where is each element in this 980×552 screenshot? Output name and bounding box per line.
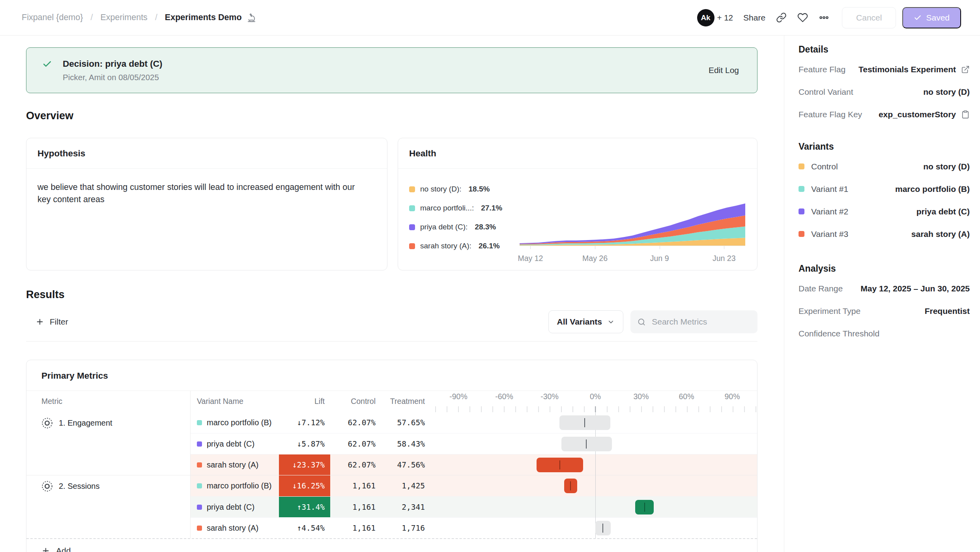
- add-label: Add: [56, 546, 71, 552]
- variant-cell: sarah story (A): [191, 524, 279, 533]
- plus-icon: [41, 546, 50, 552]
- confidence-interval-bar: [429, 412, 757, 433]
- legend-value: 28.3%: [475, 223, 496, 231]
- legend-value: 27.1%: [481, 204, 502, 212]
- cancel-button[interactable]: Cancel: [842, 7, 896, 28]
- control-variant-value: no story (D): [923, 87, 970, 97]
- hypothesis-title: Hypothesis: [26, 138, 387, 169]
- divider: [26, 341, 757, 342]
- detail-row: Control Variant no story (D): [799, 81, 970, 103]
- control-value: 62.07%: [330, 460, 376, 469]
- collaborators-count[interactable]: + 12: [717, 13, 733, 23]
- variant-swatch: [799, 231, 804, 237]
- variant-swatch: [799, 208, 804, 214]
- clipboard-copy-icon[interactable]: [961, 110, 970, 119]
- control-value: 1,161: [330, 481, 376, 490]
- primary-metrics-card: Primary Metrics Metric Variant Name Lift…: [26, 360, 757, 552]
- variant-name: sarah story (A): [207, 524, 258, 533]
- treatment-value: 2,341: [376, 503, 425, 512]
- table-row[interactable]: sarah story (A) ↑4.54% 1,161 1,716: [191, 517, 757, 538]
- lift-value: ↑31.4%: [279, 497, 330, 517]
- favorite-heart-icon[interactable]: [797, 12, 808, 23]
- edit-log-button[interactable]: Edit Log: [709, 66, 739, 75]
- share-button[interactable]: Share: [743, 13, 765, 23]
- copy-link-icon[interactable]: [776, 12, 787, 23]
- legend-swatch: [409, 224, 415, 230]
- metric-cell[interactable]: 2. Sessions: [26, 475, 191, 538]
- variants-dropdown[interactable]: All Variants: [548, 310, 623, 333]
- variant-name: sarah story (A): [207, 460, 258, 469]
- top-actions: Ak + 12 Share Cancel Saved: [697, 7, 961, 28]
- analysis-row: Experiment Type Frequentist: [799, 300, 970, 322]
- top-bar: Fixpanel {demo} / Experiments / Experime…: [0, 0, 980, 36]
- column-header-lift: Lift: [279, 391, 330, 412]
- hypothesis-body: we believe that showing customer stories…: [26, 169, 374, 218]
- analysis-label: Experiment Type: [799, 306, 860, 316]
- chevron-down-icon: [607, 318, 615, 326]
- main-content: Decision: priya debt (C) Picker, Amit on…: [0, 36, 784, 552]
- variant-cell: priya debt (C): [191, 439, 279, 449]
- metric-name: 1. Engagement: [59, 417, 112, 429]
- results-heading: Results: [26, 289, 757, 301]
- ci-axis-ruler: [429, 406, 757, 412]
- breadcrumb-separator: /: [155, 13, 157, 23]
- variant-name: marco portfolio (B): [207, 481, 272, 490]
- more-options-icon[interactable]: [819, 12, 829, 23]
- lift-value: ↓16.25%: [279, 475, 330, 496]
- table-row[interactable]: marco portfolio (B) ↓7.12% 62.07% 57.65%: [191, 412, 757, 433]
- table-row[interactable]: priya debt (C) ↓5.87% 62.07% 58.43%: [191, 433, 757, 454]
- table-row[interactable]: marco portfolio (B) ↓16.25% 1,161 1,425: [191, 475, 757, 496]
- analysis-label: Date Range: [799, 284, 843, 293]
- health-card: Health no story (D):18.5% marco portfoli…: [398, 138, 757, 270]
- variant-swatch: [197, 462, 202, 468]
- confidence-interval-bar: [429, 518, 757, 538]
- variants-heading: Variants: [799, 141, 970, 152]
- filter-label: Filter: [50, 317, 68, 327]
- check-icon: [914, 14, 922, 22]
- breadcrumb-project[interactable]: Fixpanel {demo}: [22, 13, 83, 23]
- legend-label: priya debt (C):: [420, 223, 468, 231]
- breadcrumb-current[interactable]: Experiments Demo: [165, 12, 257, 23]
- external-link-icon[interactable]: [961, 65, 970, 74]
- variant-row: Variant #2 priya debt (C): [799, 200, 970, 223]
- feature-flag-value[interactable]: Testimonials Experiment: [858, 65, 956, 74]
- saved-button[interactable]: Saved: [902, 7, 961, 28]
- table-row[interactable]: priya debt (C) ↑31.4% 1,161 2,341: [191, 496, 757, 517]
- overview-heading: Overview: [26, 110, 757, 122]
- treatment-value: 47.56%: [376, 460, 425, 469]
- add-metric-button[interactable]: Add: [26, 538, 757, 552]
- variant-row: Control no story (D): [799, 155, 970, 178]
- legend-label: sarah story (A):: [420, 242, 471, 250]
- page-title: Experiments Demo: [165, 13, 242, 23]
- ci-zero-line: [595, 412, 596, 538]
- treatment-value: 57.65%: [376, 418, 425, 427]
- metric-group-sessions: 2. Sessions marco portfolio (B) ↓16.25% …: [26, 475, 757, 538]
- control-value: 1,161: [330, 524, 376, 533]
- legend-item: marco portfoli...:27.1%: [409, 204, 502, 212]
- search-metrics-box[interactable]: [630, 310, 757, 333]
- search-metrics-input[interactable]: [651, 317, 750, 327]
- analysis-row: Confidence Threshold: [799, 322, 970, 345]
- variant-label: Variant #2: [811, 207, 848, 216]
- variant-swatch: [197, 483, 202, 488]
- details-heading: Details: [799, 44, 970, 55]
- table-body: 1. Engagement marco portfolio (B) ↓7.12%…: [26, 412, 757, 538]
- detail-label: Control Variant: [799, 87, 853, 97]
- variant-swatch: [197, 420, 202, 425]
- breadcrumb-separator: /: [90, 13, 93, 23]
- confidence-interval-bar: [429, 434, 757, 454]
- analysis-label: Confidence Threshold: [799, 329, 879, 338]
- decision-text: Decision: priya debt (C) Picker, Amit on…: [63, 59, 163, 82]
- treatment-value: 58.43%: [376, 439, 425, 449]
- analysis-row: Date Range May 12, 2025 – Jun 30, 2025: [799, 277, 970, 300]
- add-filter-button[interactable]: Filter: [36, 317, 68, 327]
- avatar[interactable]: Ak: [697, 9, 714, 26]
- table-row[interactable]: sarah story (A) ↓23.37% 62.07% 47.56%: [191, 454, 757, 475]
- variant-swatch: [197, 526, 202, 531]
- variant-value: no story (D): [923, 162, 970, 171]
- variant-swatch: [197, 505, 202, 510]
- metric-cell[interactable]: 1. Engagement: [26, 412, 191, 475]
- breadcrumb-experiments[interactable]: Experiments: [100, 13, 148, 23]
- variant-name: priya debt (C): [207, 503, 254, 512]
- variant-cell: marco portfolio (B): [191, 481, 279, 490]
